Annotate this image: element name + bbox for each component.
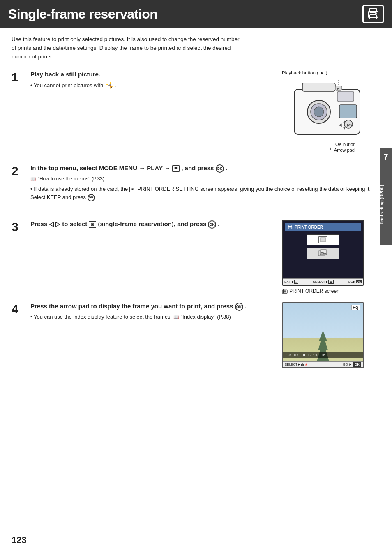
step-2-text: 📖 "How to use the menus" (P.33) If data … [30, 175, 380, 201]
svg-rect-30 [284, 291, 286, 293]
step-2-title: In the top menu, select MODE MENU → PLAY… [30, 164, 380, 173]
main-content: Use this feature to print only selected … [0, 35, 392, 368]
print-order-caption-text: PRINT ORDER screen [289, 288, 339, 294]
svg-text:▶: ▶ [337, 86, 339, 90]
svg-point-7 [314, 107, 324, 117]
svg-text:▶: ▶ [347, 123, 350, 127]
svg-rect-9 [337, 91, 354, 102]
photo-display-screen: HQ '04.02.10 12:30 16 SELECT►🖶🔺 GO ► OK [282, 302, 364, 368]
print-icon-inline2: ▣ [129, 187, 136, 192]
step-3-title: Press ◁ ▷ to select ▣ (single-frame rese… [30, 220, 282, 229]
step-4-body: Press the arrow pad to display the frame… [30, 302, 282, 322]
footer-exit: EXIT▶□ [284, 280, 298, 284]
print-caption-icon [282, 289, 288, 294]
step-4-number: 4 [12, 302, 26, 322]
camera-svg: OK ▲ ▼ ◀ ▶ ▶ [282, 77, 372, 153]
hq-badge: HQ [351, 305, 360, 310]
svg-text:▲: ▲ [342, 119, 346, 124]
ok-btn-inline4: OK [235, 303, 243, 311]
print-icon [367, 7, 380, 21]
ref-icon-step2: 📖 [30, 176, 36, 181]
step-2-ref: "How to use the menus" (P.33) [38, 176, 104, 182]
svg-text:◀: ◀ [339, 123, 342, 127]
page-header: Single-frame reservation [0, 0, 392, 28]
print-icon-inline3: ▣ [89, 221, 96, 228]
step-1-bullet-1: You cannot print pictures with 🤸. [30, 81, 282, 91]
photo-tree: HQ '04.02.10 12:30 16 [283, 303, 363, 367]
step-2-content: 2 In the top menu, select MODE MENU → PL… [12, 164, 380, 203]
footer-select: SELECT▶▣ [313, 280, 333, 284]
svg-rect-8 [302, 83, 335, 91]
step-3: 3 Press ◁ ▷ to select ▣ (single-frame re… [12, 220, 380, 294]
step-4-left: 4 Press the arrow pad to display the fra… [12, 302, 282, 331]
step-4-content: 4 Press the arrow pad to display the fra… [12, 302, 282, 322]
step-1-number: 1 [12, 70, 26, 92]
photo-select-label: SELECT►🖶🔺 [285, 363, 308, 366]
step-4-text: You can use the index display feature to… [30, 313, 282, 321]
svg-point-3 [375, 13, 377, 14]
svg-text:▼: ▼ [342, 126, 346, 130]
step-4-title: Press the arrow pad to display the frame… [30, 302, 282, 311]
step-1-body: Play back a still picture. You cannot pr… [30, 70, 282, 92]
step-4-image: HQ '04.02.10 12:30 16 SELECT►🖶🔺 GO ► OK [282, 302, 380, 368]
print-order-title: PRINT ORDER [295, 225, 323, 229]
svg-rect-21 [289, 225, 291, 227]
ok-btn-inline2: OK [88, 194, 95, 201]
step-1-image: Playback button ( ► ) [282, 70, 380, 153]
step-4: 4 Press the arrow pad to display the fra… [12, 302, 380, 368]
chapter-number: 7 [380, 148, 392, 166]
step-1-left: 1 Play back a still picture. You cannot … [12, 70, 282, 101]
camera-area: Playback button ( ► ) [282, 70, 380, 153]
step-1-title: Play back a still picture. [30, 70, 282, 79]
ok-button-inline: OK [216, 164, 224, 173]
print-order-screen-area: PRINT ORDER ALL [282, 220, 380, 294]
footer-go: GO▶OK [348, 280, 362, 284]
step-2-bullet: If data is already stored on the card, t… [30, 185, 380, 201]
photo-bottom-bar: SELECT►🖶🔺 GO ► OK [283, 361, 363, 367]
step-3-left: 3 Press ◁ ▷ to select ▣ (single-frame re… [12, 220, 282, 242]
print-order-item-all[interactable]: ALL [307, 248, 339, 259]
step-3-number: 3 [12, 220, 26, 233]
photo-ok-btn[interactable]: OK [353, 362, 361, 367]
header-print-icon [362, 5, 384, 23]
step-3-image: PRINT ORDER ALL [282, 220, 380, 294]
intro-text: Use this feature to print only selected … [12, 35, 242, 61]
step-1: 1 Play back a still picture. You cannot … [12, 70, 380, 153]
step-3-body: Press ◁ ▷ to select ▣ (single-frame rese… [30, 220, 282, 233]
svg-rect-10 [339, 105, 357, 118]
page-title: Single-frame reservation [8, 7, 157, 22]
print-order-screen-display: PRINT ORDER ALL [282, 220, 364, 286]
single-frame-icon [318, 236, 328, 244]
page-number: 123 [12, 535, 27, 546]
step-2-body: In the top menu, select MODE MENU → PLAY… [30, 164, 380, 203]
playback-button-label: Playback button ( ► ) [282, 70, 380, 75]
photo-timestamp: '04.02.10 12:30 16 [283, 352, 363, 358]
ok-btn-inline3: OK [208, 220, 216, 229]
step-2: 2 In the top menu, select MODE MENU → PL… [12, 164, 380, 212]
photo-go-ok: GO ► OK [343, 363, 361, 366]
print-icon-inline: ▣ [172, 165, 180, 172]
svg-text:ALL: ALL [321, 251, 327, 254]
print-order-caption: PRINT ORDER screen [282, 288, 380, 294]
print-order-screen-header: PRINT ORDER [285, 223, 361, 231]
print-order-header-icon [288, 224, 293, 229]
step-2-left: 2 In the top menu, select MODE MENU → PL… [12, 164, 380, 212]
print-order-item-single[interactable] [307, 234, 339, 245]
chapter-label: Print setting (DPOF) [380, 164, 392, 245]
step-4-bullet: You can use the index display feature to… [30, 313, 282, 321]
step-1-text: You cannot print pictures with 🤸. [30, 81, 282, 91]
print-order-footer: EXIT▶□ SELECT▶▣ GO▶OK [283, 278, 363, 285]
step-2-number: 2 [12, 164, 26, 203]
svg-rect-22 [289, 227, 291, 229]
step-3-content: 3 Press ◁ ▷ to select ▣ (single-frame re… [12, 220, 282, 233]
step-1-content: 1 Play back a still picture. You cannot … [12, 70, 282, 92]
svg-rect-24 [320, 238, 326, 242]
all-frame-icon: ALL [318, 249, 328, 257]
ref-icon-step4: 📖 [173, 315, 179, 319]
